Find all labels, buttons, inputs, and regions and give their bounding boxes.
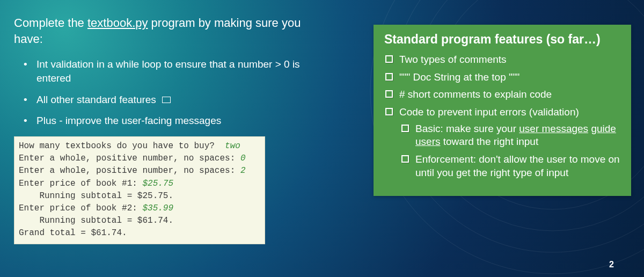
features-panel-title: Standard program features (so far…) (384, 32, 623, 47)
console-line-8: Grand total = $61.74. (19, 228, 127, 238)
feature-basic-prefix: Basic: make sure your (415, 123, 519, 134)
console-line-7: Running subtotal = $61.74. (19, 216, 173, 225)
feature-validation-label: Code to prevent input errors (validation… (399, 106, 579, 118)
console-line-2-input: 0 (240, 154, 246, 163)
intro-prefix: Complete the (14, 16, 87, 30)
console-line-5: Running subtotal = $25.75. (19, 191, 173, 201)
feature-short-comments: # short comments to explain code (383, 88, 623, 101)
console-line-6-input: $35.99 (142, 203, 173, 213)
console-line-3-prompt: Enter a whole, positive number, no space… (19, 166, 240, 176)
console-line-2-prompt: Enter a whole, positive number, no space… (19, 154, 240, 163)
console-line-4-prompt: Enter price of book #1: (19, 179, 142, 188)
console-line-4-input: $25.75 (142, 179, 173, 188)
feature-basic-messages: Basic: make sure your user messages guid… (399, 122, 623, 149)
feature-enforcement: Enforcement: don't allow the user to mov… (399, 153, 623, 179)
intro-text: Complete the textbook.py program by maki… (14, 15, 314, 47)
bullet-standard-features-label: All other standard features (36, 94, 156, 105)
console-line-1-input: two (225, 141, 240, 151)
features-panel: Standard program features (so far…) Two … (374, 25, 631, 196)
task-bullets: Int validation in a while loop to ensure… (14, 57, 314, 128)
feature-basic-um1: user messages (519, 123, 588, 134)
left-column: Complete the textbook.py program by maki… (14, 15, 314, 244)
console-line-1-prompt: How many textbooks do you have to buy? (19, 141, 225, 151)
feature-basic-suffix: toward the right input (440, 136, 538, 147)
program-filename: textbook.py (87, 16, 148, 30)
feature-two-types-comments: Two types of comments (383, 53, 623, 67)
flag-icon (162, 97, 171, 103)
console-line-6-prompt: Enter price of book #2: (19, 203, 142, 213)
page-number: 2 (609, 260, 614, 269)
features-sublist: Basic: make sure your user messages guid… (399, 122, 623, 180)
bullet-improve-messages: Plus - improve the user-facing messages (36, 114, 314, 128)
console-line-3-input: 2 (240, 166, 246, 176)
slide: Complete the textbook.py program by maki… (0, 0, 644, 277)
feature-doc-string: """ Doc String at the top """ (383, 71, 623, 84)
console-output: How many textbooks do you have to buy? t… (14, 136, 265, 245)
bullet-standard-features: All other standard features (36, 93, 314, 107)
features-list: Two types of comments """ Doc String at … (383, 53, 623, 180)
feature-validation: Code to prevent input errors (validation… (383, 106, 623, 179)
bullet-int-validation: Int validation in a while loop to ensure… (36, 57, 314, 85)
